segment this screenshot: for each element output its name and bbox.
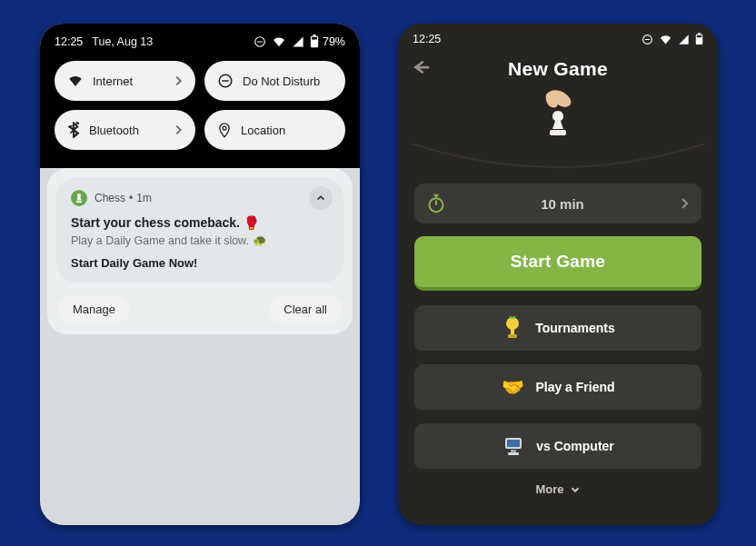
more-label: More <box>535 482 563 496</box>
notification-card[interactable]: Chess • 1m Start your chess comeback. 🥊 … <box>56 177 343 283</box>
status-time: 12:25 <box>55 35 83 48</box>
header-arc <box>411 144 705 174</box>
qs-bluetooth[interactable]: Bluetooth <box>55 110 195 150</box>
qs-dnd[interactable]: Do Not Disturb <box>204 61 345 101</box>
manage-button[interactable]: Manage <box>58 295 130 323</box>
svg-point-15 <box>506 317 519 330</box>
svg-rect-4 <box>312 37 317 40</box>
handshake-icon: 🤝 <box>501 376 524 398</box>
signal-icon <box>292 35 304 48</box>
status-bar: 12:25 <box>398 24 718 49</box>
stopwatch-icon <box>427 194 445 213</box>
chevron-right-icon <box>174 124 183 136</box>
notification-subtitle: Play a Daily Game and take it slow. <box>71 234 249 247</box>
android-notification-shade: 12:25 Tue, Aug 13 79% Internet <box>40 24 360 525</box>
svg-rect-3 <box>313 35 315 36</box>
time-control-value: 10 min <box>445 196 680 212</box>
time-control-selector[interactable]: 10 min <box>414 184 701 223</box>
qs-label: Location <box>241 124 285 137</box>
chevron-right-icon <box>680 196 689 211</box>
qs-location[interactable]: Location <box>204 110 345 150</box>
svg-rect-16 <box>511 329 514 334</box>
svg-point-14 <box>430 198 443 212</box>
battery-icon <box>695 33 703 45</box>
computer-icon <box>502 436 525 456</box>
svg-rect-20 <box>511 450 516 452</box>
notification-subtitle-row: Play a Daily Game and take it slow. 🐢 <box>71 233 329 247</box>
dnd-status-icon <box>254 35 266 48</box>
notification-footer: Manage Clear all <box>58 295 342 323</box>
qs-label: Do Not Disturb <box>243 74 320 88</box>
chevron-right-icon <box>174 74 183 87</box>
svg-rect-13 <box>550 130 566 135</box>
svg-point-7 <box>223 126 226 130</box>
battery-icon <box>310 35 319 48</box>
start-game-label: Start Game <box>511 252 605 272</box>
screen-body: 10 min Start Game Tournaments 🤝 Play a F… <box>398 174 718 496</box>
page-title: New Game <box>398 58 718 80</box>
collapse-notification-button[interactable] <box>309 186 333 210</box>
notification-app-name: Chess <box>94 192 125 204</box>
notification-header: Chess • 1m <box>71 190 329 206</box>
status-bar: 12:25 Tue, Aug 13 79% <box>55 35 345 48</box>
dnd-icon <box>217 73 234 89</box>
option-label: Play a Friend <box>535 380 614 394</box>
bluetooth-icon <box>67 122 80 138</box>
option-label: Tournaments <box>535 321 615 335</box>
status-time: 12:25 <box>413 33 441 45</box>
svg-rect-19 <box>507 440 520 447</box>
boxing-glove-emoji: 🥊 <box>244 215 259 230</box>
svg-rect-17 <box>508 334 517 338</box>
notification-title: Start your chess comeback. <box>71 215 240 230</box>
qs-label: Bluetooth <box>89 124 139 137</box>
notification-age: 1m <box>136 192 152 204</box>
svg-rect-11 <box>698 33 701 35</box>
vs-computer-button[interactable]: vs Computer <box>414 423 701 472</box>
qs-internet[interactable]: Internet <box>55 61 195 101</box>
chess-app-icon <box>71 190 87 206</box>
location-icon <box>217 122 232 138</box>
more-button[interactable]: More <box>414 482 701 496</box>
status-and-quicksettings: 12:25 Tue, Aug 13 79% Internet <box>40 24 360 168</box>
notification-title-row: Start your chess comeback. 🥊 <box>71 215 329 230</box>
qs-label: Internet <box>93 74 133 88</box>
quick-settings-grid: Internet Do Not Disturb Bluetooth <box>55 61 345 161</box>
option-label: vs Computer <box>536 439 614 453</box>
notification-action[interactable]: Start Daily Game Now! <box>71 256 329 270</box>
wifi-icon <box>67 74 84 88</box>
wifi-icon <box>659 34 672 45</box>
svg-rect-21 <box>508 452 519 455</box>
dnd-status-icon <box>642 34 653 45</box>
status-date: Tue, Aug 13 <box>92 35 153 48</box>
chess-new-game-screen: 12:25 New Game <box>398 24 718 525</box>
turtle-emoji: 🐢 <box>253 233 267 247</box>
start-game-button[interactable]: Start Game <box>414 236 701 291</box>
clear-all-button[interactable]: Clear all <box>269 295 342 323</box>
hand-placing-pawn-icon <box>398 87 718 138</box>
back-button[interactable] <box>411 58 431 76</box>
tournaments-button[interactable]: Tournaments <box>414 305 701 353</box>
wifi-icon <box>272 35 286 48</box>
battery-percent: 79% <box>323 35 345 48</box>
trophy-icon <box>501 316 524 340</box>
screen-header: New Game <box>398 49 718 144</box>
chevron-down-icon <box>570 485 581 494</box>
notification-area: Chess • 1m Start your chess comeback. 🥊 … <box>47 168 353 334</box>
signal-icon <box>678 34 690 45</box>
play-friend-button[interactable]: 🤝 Play a Friend <box>414 364 701 412</box>
svg-rect-12 <box>697 35 701 37</box>
